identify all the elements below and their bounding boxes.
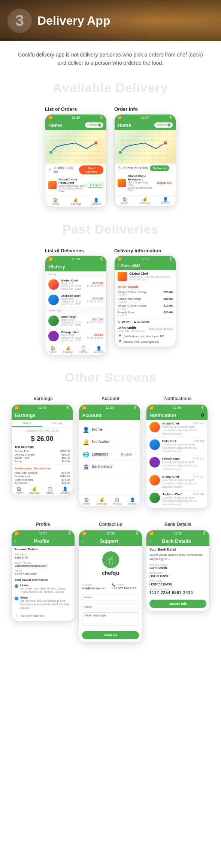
nav-account-3[interactable]: 👤Account (91, 346, 106, 353)
notif-icon-0 (149, 422, 160, 432)
shop-dot (15, 597, 18, 600)
tab-weekly[interactable]: Weekly (42, 420, 73, 427)
nav-earnings-3[interactable]: 💰Earnings (61, 346, 76, 353)
acct-bank[interactable]: 🏦 Bank details › (79, 461, 140, 473)
nav-account-1[interactable]: 👤Account (86, 198, 106, 205)
contact-back-icon[interactable]: ‹ (82, 539, 84, 544)
settings-icon[interactable]: ⚙ (200, 412, 205, 418)
notif-4[interactable]: Jackson Chef 2 min ago Lorem ipsum dolor… (146, 491, 208, 508)
support-email-input[interactable] (82, 604, 139, 610)
back-icon[interactable]: ‹ (15, 539, 16, 544)
nav-home-3[interactable]: 🏠Home (45, 346, 61, 353)
nav-account-2[interactable]: 👤Account (155, 197, 176, 204)
phone-bottom-2: ⏱ 20 min 22.00 km Delivered Global China… (115, 164, 176, 195)
nav-acct-earn[interactable]: 👤Account (57, 487, 73, 494)
hist-item-1[interactable]: Jackson Chef Order #044 Delivery on 05:2… (45, 292, 106, 308)
nav-home-1[interactable]: 🏠Home (45, 198, 66, 205)
hist-item-2[interactable]: Chef Kelly Order #043 Delivery on 05:20 … (45, 313, 106, 329)
earn-amount: $ 26.00 (12, 434, 73, 444)
nav-home-earn[interactable]: 🏠Home (12, 487, 27, 494)
toggle-dot-2 (167, 124, 170, 127)
status-badge-2: Dispatched (155, 181, 173, 185)
svg-point-0 (49, 150, 53, 154)
chefqu-logo: 🍴 (102, 551, 119, 568)
notification-icon: 🔔 (83, 439, 89, 445)
order-item-0: Ginger Chicken Curry 2 × $29 $29.00 (118, 290, 173, 297)
update-info-btn[interactable]: Update Info (149, 600, 206, 608)
hist-icon-0 (48, 279, 59, 290)
bank-back-icon[interactable]: ‹ (149, 539, 151, 544)
personal-details-header: Personal Details (12, 546, 75, 552)
support-message-input[interactable] (82, 612, 139, 625)
available-delivery-heading: Available Delivery (0, 77, 221, 103)
acct-notification[interactable]: 🔔 Notification › (79, 436, 140, 448)
nav-history-3[interactable]: 📋History (76, 346, 91, 353)
today-label: Today (45, 271, 106, 277)
phone-nav-1: 🏠Home 💰Earnings 👤Account (45, 196, 106, 207)
tab-today[interactable]: Today (12, 420, 42, 427)
restaurant-icon-1 (48, 181, 57, 189)
toggle-dot-1 (98, 124, 101, 127)
nav-hist-acct[interactable]: 📋History (110, 497, 125, 505)
nav-earnings-1[interactable]: 💰Earnings (66, 198, 86, 205)
notif-1[interactable]: Polo Chef 2 min ago Lorem ipsum dolor si… (146, 438, 208, 455)
online-toggle-1[interactable]: Online (85, 122, 103, 128)
account-header: Account (79, 411, 140, 420)
earnings-col: Earnings 📶 12:30 🔋 Earnings Today Weekly… (11, 396, 75, 509)
notif-icon-2 (149, 457, 160, 467)
profile-header: ‹ Profile (12, 536, 75, 546)
nav-hist-earn[interactable]: 📋History (42, 487, 58, 494)
addr-shop: Shop 340, Second Floor, World trade proj… (12, 595, 75, 610)
support-email: ✉ Email help@chefqu.com (82, 584, 109, 590)
nav-earnings-2[interactable]: 💰Earnings (135, 197, 155, 204)
transaction-title: Deliveryman Transaction (12, 466, 73, 471)
nav-earn-earn[interactable]: 💰Earnings (27, 487, 42, 494)
earn-admin: Admin Profit $50.00 (12, 456, 73, 460)
list-deliveries-label: List of Deliveries (45, 248, 107, 253)
svg-point-1 (94, 141, 98, 145)
nav-earn-acct[interactable]: 💰Earnings (94, 497, 110, 505)
restaurant-row-2: Global China Restaurant Umm Amar Road, U… (118, 173, 173, 193)
online-toggle-2[interactable]: Online (154, 122, 173, 128)
restaurant-icon-2 (118, 179, 126, 187)
order-info-col: Order Info 📶 12:30 🔋 Home Online (114, 106, 176, 207)
delivery-info-2: ⏱ 20 min 22.00 km Delivered (118, 165, 173, 171)
nav-home-acct[interactable]: 🏠Home (79, 497, 94, 505)
list-orders-label: List of Orders (45, 106, 107, 112)
hist-icon-2 (48, 316, 59, 326)
nav-acct-acct[interactable]: 👤Account (125, 497, 140, 505)
saved-addr-title: Your Saved Addresses: (12, 577, 75, 582)
list-of-orders-col: List of Orders 📶 12:30 🔋 Home Online (45, 106, 107, 207)
bank-col: Bank Details 📶 12:30 🔋 ‹ Back Details Yo… (146, 522, 210, 643)
add-address-btn[interactable]: ＋ Add new address (12, 611, 75, 621)
profile-col: Profile 📶 12:30 🔋 ‹ Profile Personal Det… (11, 522, 75, 643)
earnings-status-bar: 📶 12:30 🔋 (12, 405, 73, 411)
notif-status-bar: 📶 12:30 🔋 (146, 405, 208, 411)
phone-nav-3: 🏠Home 💰Earnings 📋History 👤Account (45, 344, 106, 355)
hist-item-0[interactable]: Global Chef Order #045 Delivery on 05:20… (45, 277, 106, 292)
notif-2[interactable]: French Chef 2 min ago Lorem ipsum dolor … (146, 455, 208, 473)
acct-language[interactable]: 🌐 Language English › (79, 448, 140, 461)
acct-profile[interactable]: 👤 Profile › (79, 424, 140, 436)
support-name-input[interactable] (82, 594, 139, 600)
earn-tip: Tip amount $24.00 (12, 481, 73, 485)
start-delivery-btn[interactable]: Start Delivery (79, 165, 103, 174)
notif-3[interactable]: Global Chef 2 min ago Lorem ipsum dolor … (146, 473, 208, 491)
order-item-3: French Fries 2 × $10 $20.00 (118, 310, 173, 317)
delivery-info-label: Delivery information (114, 248, 176, 253)
bank-icon: 🏦 (83, 464, 89, 470)
notif-0[interactable]: Global Chef 2 min ago Lorem ipsum dolor … (146, 420, 208, 438)
send-button[interactable]: Send us (82, 631, 139, 639)
contact-col-label: Contact us (79, 522, 142, 527)
delivered-btn[interactable]: Delivered (150, 165, 169, 171)
map-route-1 (45, 130, 106, 164)
hist-icon-3 (48, 331, 59, 341)
nav-home-2[interactable]: 🏠Home (115, 197, 135, 204)
notifications-col: Notifications 📶 12:30 🔋 Notification ⚙ G… (146, 396, 210, 509)
other-screens-row1: Earnings 📶 12:30 🔋 Earnings Today Weekly… (0, 392, 221, 518)
hist-item-3[interactable]: George chef Order #042 Delivery on 05:20… (45, 329, 106, 344)
hero-number: 3 (7, 9, 32, 33)
contact-phone-mockup: 📶 12:30 🔋 ‹ Support 🍴 chefqu ✉ Email hel… (79, 530, 142, 643)
status-bar-2: 📶 12:30 🔋 (115, 115, 176, 121)
profile-icon: 👤 (83, 427, 89, 433)
